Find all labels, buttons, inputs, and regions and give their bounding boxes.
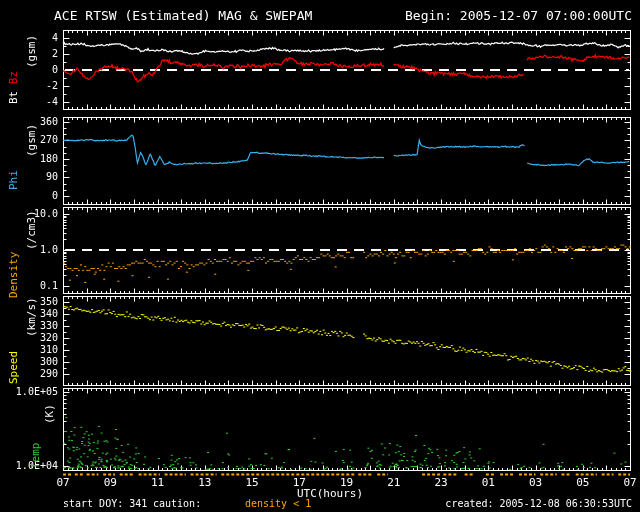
x-tick-label: 03 [529,476,542,489]
y-tick-label-speed: 350 [40,297,58,307]
y-axis-title-part: Speed [7,351,20,384]
y-tick-label-mag: 0 [52,65,58,75]
x-tick-label: 07 [623,476,636,489]
caution-label: caution: [153,498,201,509]
plot-canvas [0,0,640,512]
y-axis-unit-speed: (km/s) [26,297,38,337]
caution-value: density < 1 [245,498,311,509]
start-doy-label: start DOY: 341 [63,498,147,509]
x-tick-label: 11 [151,476,164,489]
y-tick-label-density: 1.0 [40,245,58,255]
y-tick-label-speed: 290 [40,369,58,379]
y-axis-title-speed: Speed [8,351,20,384]
y-axis-title-mag: Bt Bz [8,71,20,104]
y-tick-label-phi: 360 [40,117,58,127]
y-tick-label-speed: 330 [40,321,58,331]
y-tick-label-mag: 4 [52,33,58,43]
y-axis-title-part: Temp [29,443,42,470]
x-tick-label: 01 [482,476,495,489]
plot-title: ACE RTSW (Estimated) MAG & SWEPAM [54,8,312,23]
x-tick-label: 21 [387,476,400,489]
y-axis-title-phi: Phi [8,170,20,190]
x-tick-label: 13 [198,476,211,489]
y-tick-label-phi: 0 [52,191,58,201]
y-tick-label-mag: 2 [52,49,58,59]
x-tick-label: 07 [56,476,69,489]
y-tick-label-speed: 340 [40,309,58,319]
ace-rtsw-mag-swepam-plot: ACE RTSW (Estimated) MAG & SWEPAM Begin:… [0,0,640,512]
y-tick-label-mag: -2 [46,81,58,91]
y-axis-title-part: Bt [7,84,20,104]
y-axis-unit-phi: (gsm) [26,124,38,157]
y-tick-label-speed: 300 [40,357,58,367]
y-tick-label-speed: 320 [40,333,58,343]
created-timestamp: created: 2005-12-08 06:30:53UTC [445,498,632,509]
y-tick-label-phi: 90 [46,172,58,182]
y-axis-title-part: Phi [7,170,20,190]
y-tick-label-mag: -4 [46,97,58,107]
y-axis-title-density: Density [8,252,20,298]
begin-timestamp: Begin: 2005-12-07 07:00:00UTC [405,8,632,23]
y-axis-title-part: Bz [7,71,20,84]
y-axis-unit-mag: (gsm) [26,35,38,68]
x-tick-label: 23 [434,476,447,489]
y-tick-label-phi: 270 [40,135,58,145]
y-tick-label-temp: 1.0E+05 [16,387,58,397]
x-tick-label: 15 [245,476,258,489]
y-tick-label-speed: 310 [40,345,58,355]
y-axis-unit-temp: (K) [44,404,56,424]
y-axis-title-temp: Temp [30,443,42,470]
y-axis-title-part: Density [7,252,20,298]
x-tick-label: 09 [104,476,117,489]
y-tick-label-density: 0.1 [40,281,58,291]
y-axis-unit-density: (/cm3) [26,210,38,250]
x-tick-label: 05 [576,476,589,489]
y-tick-label-phi: 180 [40,154,58,164]
